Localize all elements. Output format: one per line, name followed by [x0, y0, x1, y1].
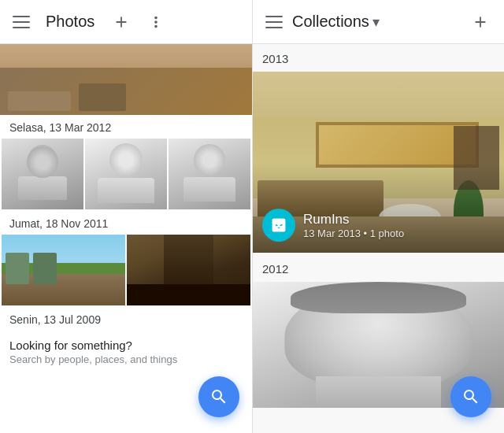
room-image-top: [0, 44, 252, 115]
collections-dropdown-icon: ▾: [372, 13, 380, 31]
collection-icon-rumins: [262, 209, 295, 242]
collection-text-rumins: RumIns 13 Mar 2013 • 1 photo: [303, 212, 404, 239]
photos-header-actions: [107, 8, 170, 36]
collections-menu-button[interactable]: [262, 13, 286, 31]
photos-menu-button[interactable]: [9, 13, 33, 31]
collection-card-rumins[interactable]: RumIns 13 Mar 2013 • 1 photo: [253, 72, 504, 253]
collection-info-rumins: RumIns 13 Mar 2013 • 1 photo: [253, 199, 504, 253]
photo-thumb-child-3[interactable]: [169, 139, 250, 209]
collections-header-left: Collections ▾: [262, 13, 380, 31]
photo-row-2: [0, 235, 252, 307]
collections-add-button[interactable]: [466, 8, 495, 36]
collections-title: Collections: [292, 13, 369, 31]
photos-panel: Selasa, 13 Mar 2012: [0, 44, 252, 433]
top-bar: Photos Collections ▾: [0, 0, 504, 44]
looking-title: Looking for something?: [9, 339, 243, 352]
photos-more-button[interactable]: [142, 8, 170, 36]
collection-name-rumins: RumIns: [303, 212, 404, 228]
collection-meta-rumins: 13 Mar 2013 • 1 photo: [303, 228, 404, 239]
photos-title: Photos: [46, 13, 94, 31]
date-label-2: Jumat, 18 Nov 2011: [0, 211, 252, 235]
collections-header: Collections ▾: [252, 0, 504, 43]
photo-thumb-child-1[interactable]: [2, 139, 83, 209]
photos-search-fab[interactable]: [198, 376, 239, 417]
content-area: Selasa, 13 Mar 2012: [0, 44, 504, 433]
photos-header: Photos: [0, 0, 252, 43]
top-room-image: [0, 44, 252, 115]
looking-section: Looking for something? Search by people,…: [0, 331, 252, 375]
photo-thumb-child-2[interactable]: [85, 139, 167, 209]
photo-row-1: [0, 139, 252, 211]
looking-subtitle: Search by people, places, and things: [9, 353, 243, 365]
collections-title-wrap[interactable]: Collections ▾: [292, 13, 380, 31]
photo-thumb-building-1[interactable]: [2, 235, 125, 305]
photo-thumb-building-2[interactable]: [127, 235, 250, 305]
collections-search-fab[interactable]: [450, 376, 491, 417]
collections-panel: 2013: [252, 44, 504, 433]
year-label-2013: 2013: [253, 44, 504, 72]
date-label-1: Selasa, 13 Mar 2012: [0, 115, 252, 139]
year-label-2012: 2012: [253, 254, 504, 282]
photos-add-button[interactable]: [107, 8, 135, 36]
date-label-3: Senin, 13 Jul 2009: [0, 307, 252, 331]
